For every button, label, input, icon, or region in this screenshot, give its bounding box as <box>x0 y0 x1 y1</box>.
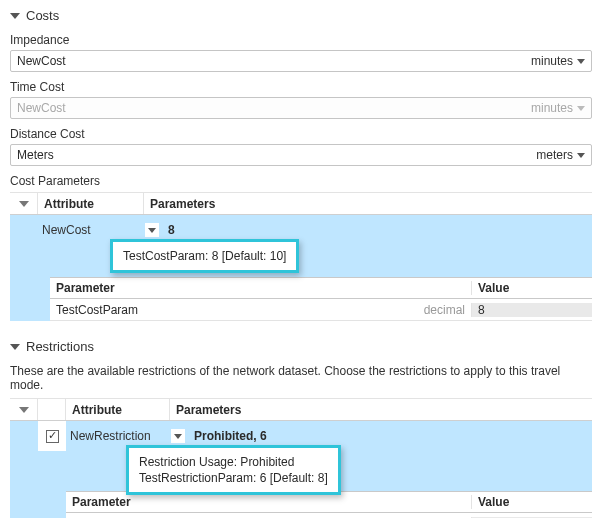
restriction-inner-area: Restriction Usage: Prohibited TestRestri… <box>10 451 592 518</box>
impedance-value: NewCost <box>17 54 531 68</box>
chevron-down-icon <box>10 342 20 352</box>
restrictions-grid-header: Attribute Parameters <box>10 399 592 421</box>
chevron-down-icon <box>19 201 29 207</box>
distance-cost-label: Distance Cost <box>10 127 592 141</box>
chevron-down-icon <box>148 228 156 233</box>
restriction-tooltip: Restriction Usage: Prohibited TestRestri… <box>126 445 341 495</box>
time-cost-label: Time Cost <box>10 80 592 94</box>
cost-parameters-grid: Attribute Parameters NewCost 8 TestCostP… <box>10 192 592 321</box>
cost-param-type: decimal <box>424 303 465 317</box>
impedance-label: Impedance <box>10 33 592 47</box>
cost-row-summary: 8 <box>168 223 175 237</box>
cost-row-attribute: NewCost <box>38 223 144 237</box>
col-parameters[interactable]: Parameters <box>170 399 592 420</box>
restrictions-header[interactable]: Restrictions <box>10 337 592 360</box>
cost-tooltip-text: TestCostParam: 8 [Default: 10] <box>123 249 286 263</box>
impedance-field: Impedance NewCost minutes <box>10 33 592 72</box>
cost-grid-row[interactable]: NewCost 8 <box>10 215 592 245</box>
cost-inner-row[interactable]: TestCostParam decimal 8 <box>50 299 592 321</box>
col-attribute[interactable]: Attribute <box>66 399 170 420</box>
restriction-inner-row[interactable]: Restriction Usage Prohibited <box>66 513 592 518</box>
cost-param-name: TestCostParam <box>56 303 424 317</box>
inner-col-parameter[interactable]: Parameter <box>50 281 472 295</box>
restriction-row-attribute: NewRestriction <box>66 429 170 443</box>
inner-col-parameter[interactable]: Parameter <box>66 495 472 509</box>
expand-all-toggle[interactable] <box>10 193 38 214</box>
restriction-row-summary: Prohibited, 6 <box>194 429 267 443</box>
cost-grid-header: Attribute Parameters <box>10 193 592 215</box>
distance-cost-select[interactable]: Meters meters <box>10 144 592 166</box>
restrictions-grid: Attribute Parameters NewRestriction Proh… <box>10 398 592 518</box>
chevron-down-icon <box>577 153 585 158</box>
cost-param-value[interactable]: 8 <box>472 303 592 317</box>
inner-col-value[interactable]: Value <box>472 495 592 509</box>
restriction-tooltip-line1: Restriction Usage: Prohibited <box>139 455 294 469</box>
distance-cost-value: Meters <box>17 148 536 162</box>
time-cost-field: Time Cost NewCost minutes <box>10 80 592 119</box>
costs-section: Costs Impedance NewCost minutes Time Cos… <box>0 0 602 331</box>
restrictions-section: Restrictions These are the available res… <box>0 331 602 518</box>
col-attribute[interactable]: Attribute <box>38 193 144 214</box>
chevron-down-icon <box>577 106 585 111</box>
time-cost-select: NewCost minutes <box>10 97 592 119</box>
cost-inner-area: TestCostParam: 8 [Default: 10] Parameter… <box>10 245 592 321</box>
chevron-down-icon <box>577 59 585 64</box>
row-expand-toggle[interactable] <box>170 428 186 444</box>
checkbox-column-header <box>38 399 66 420</box>
col-parameters[interactable]: Parameters <box>144 193 592 214</box>
cost-inner-table: Parameter Value TestCostParam decimal 8 <box>50 277 592 321</box>
costs-header[interactable]: Costs <box>10 6 592 29</box>
restriction-tooltip-line2: TestRestrictionParam: 6 [Default: 8] <box>139 471 328 485</box>
cost-tooltip: TestCostParam: 8 [Default: 10] <box>110 239 299 273</box>
distance-cost-field: Distance Cost Meters meters <box>10 127 592 166</box>
distance-cost-unit: meters <box>536 148 573 162</box>
expand-all-toggle[interactable] <box>10 399 38 420</box>
chevron-down-icon <box>10 11 20 21</box>
restriction-checkbox[interactable] <box>46 430 59 443</box>
cost-parameters-label: Cost Parameters <box>10 174 592 188</box>
impedance-select[interactable]: NewCost minutes <box>10 50 592 72</box>
time-cost-unit: minutes <box>531 101 573 115</box>
chevron-down-icon <box>174 434 182 439</box>
inner-col-value[interactable]: Value <box>472 281 592 295</box>
restrictions-description: These are the available restrictions of … <box>10 364 592 392</box>
chevron-down-icon <box>19 407 29 413</box>
costs-title: Costs <box>26 8 59 23</box>
impedance-unit: minutes <box>531 54 573 68</box>
time-cost-value: NewCost <box>17 101 531 115</box>
restrictions-title: Restrictions <box>26 339 94 354</box>
row-expand-toggle[interactable] <box>144 222 160 238</box>
